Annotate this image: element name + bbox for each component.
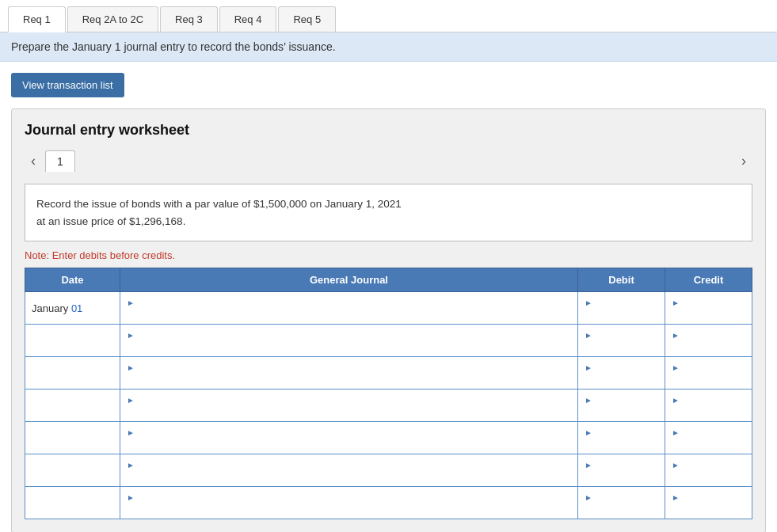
journal-input[interactable] xyxy=(127,503,571,515)
arrow-icon: ► xyxy=(127,298,135,307)
note-text: Note: Enter debits before credits. xyxy=(25,249,752,261)
journal-input[interactable] xyxy=(127,405,571,417)
credit-cell[interactable]: ► xyxy=(665,325,752,357)
table-row: ►►► xyxy=(25,357,752,390)
worksheet-container: Journal entry worksheet ‹ 1 › Record the… xyxy=(11,108,766,532)
credit-arrow-icon: ► xyxy=(672,428,680,437)
debit-input[interactable] xyxy=(585,308,658,320)
col-header-debit: Debit xyxy=(578,268,665,292)
debit-cell[interactable]: ► xyxy=(578,487,665,519)
credit-arrow-icon: ► xyxy=(672,298,680,307)
debit-cell[interactable]: ► xyxy=(578,357,665,390)
view-transaction-button[interactable]: View transaction list xyxy=(11,73,124,97)
tab-req1[interactable]: Req 1 xyxy=(8,6,66,32)
tab-req3[interactable]: Req 3 xyxy=(160,6,218,32)
credit-cell[interactable]: ► xyxy=(665,454,752,487)
credit-input[interactable] xyxy=(672,373,745,385)
date-cell xyxy=(25,487,120,519)
journal-cell[interactable]: ► xyxy=(120,325,578,357)
info-bar-text: Prepare the January 1 journal entry to r… xyxy=(11,40,336,53)
col-header-credit: Credit xyxy=(665,268,752,292)
credit-input[interactable] xyxy=(672,503,745,515)
date-cell xyxy=(25,422,120,454)
description-text: Record the issue of bonds with a par val… xyxy=(36,198,402,227)
credit-arrow-icon: ► xyxy=(672,363,680,372)
tab-req5[interactable]: Req 5 xyxy=(278,6,336,32)
date-cell xyxy=(25,325,120,357)
next-page-arrow[interactable]: › xyxy=(735,150,752,173)
journal-cell[interactable]: ► xyxy=(120,390,578,422)
arrow-icon: ► xyxy=(127,331,135,340)
date-cell xyxy=(25,357,120,390)
credit-cell[interactable]: ► xyxy=(665,422,752,454)
col-header-date: Date xyxy=(25,268,120,292)
debit-arrow-icon: ► xyxy=(585,331,592,340)
date-cell xyxy=(25,390,120,422)
credit-cell[interactable]: ► xyxy=(665,357,752,390)
journal-input[interactable] xyxy=(127,308,571,320)
debit-input[interactable] xyxy=(585,340,658,352)
debit-input[interactable] xyxy=(585,405,658,417)
credit-arrow-icon: ► xyxy=(672,331,680,340)
journal-input[interactable] xyxy=(127,340,571,352)
table-row: ►►► xyxy=(25,487,752,519)
debit-input[interactable] xyxy=(585,438,658,450)
page-tab-1[interactable]: 1 xyxy=(45,150,75,172)
credit-arrow-icon: ► xyxy=(672,493,680,502)
debit-arrow-icon: ► xyxy=(585,461,592,469)
journal-cell[interactable]: ► xyxy=(120,487,578,519)
debit-input[interactable] xyxy=(585,470,658,482)
prev-page-arrow[interactable]: ‹ xyxy=(25,150,42,173)
journal-input[interactable] xyxy=(127,470,571,482)
credit-input[interactable] xyxy=(672,405,745,417)
arrow-icon: ► xyxy=(127,396,135,405)
journal-cell[interactable]: ► xyxy=(120,422,578,454)
credit-arrow-icon: ► xyxy=(672,396,680,405)
date-day: 01 xyxy=(71,302,82,314)
table-row: ►►► xyxy=(25,325,752,357)
info-bar: Prepare the January 1 journal entry to r… xyxy=(0,32,777,62)
description-box: Record the issue of bonds with a par val… xyxy=(25,184,752,241)
debit-arrow-icon: ► xyxy=(585,493,592,502)
date-cell xyxy=(25,454,120,487)
journal-table: Date General Journal Debit Credit Januar… xyxy=(25,268,752,519)
debit-arrow-icon: ► xyxy=(585,363,592,372)
debit-input[interactable] xyxy=(585,373,658,385)
credit-arrow-icon: ► xyxy=(672,461,680,469)
page-nav: ‹ 1 › xyxy=(25,150,752,173)
debit-cell[interactable]: ► xyxy=(578,422,665,454)
debit-cell[interactable]: ► xyxy=(578,292,665,325)
table-row: ►►► xyxy=(25,390,752,422)
debit-arrow-icon: ► xyxy=(585,428,592,437)
arrow-icon: ► xyxy=(127,461,135,469)
debit-input[interactable] xyxy=(585,503,658,515)
debit-cell[interactable]: ► xyxy=(578,454,665,487)
debit-cell[interactable]: ► xyxy=(578,325,665,357)
credit-input[interactable] xyxy=(672,470,745,482)
journal-cell[interactable]: ► xyxy=(120,454,578,487)
credit-input[interactable] xyxy=(672,340,745,352)
table-row: January 01►►► xyxy=(25,292,752,325)
arrow-icon: ► xyxy=(127,363,135,372)
tab-req2a2c[interactable]: Req 2A to 2C xyxy=(67,6,158,32)
col-header-journal: General Journal xyxy=(120,268,578,292)
journal-cell[interactable]: ► xyxy=(120,357,578,390)
tabs-bar: Req 1 Req 2A to 2C Req 3 Req 4 Req 5 xyxy=(0,0,777,32)
worksheet-title: Journal entry worksheet xyxy=(25,122,752,139)
credit-cell[interactable]: ► xyxy=(665,487,752,519)
journal-input[interactable] xyxy=(127,438,571,450)
date-cell: January 01 xyxy=(25,292,120,325)
credit-cell[interactable]: ► xyxy=(665,390,752,422)
credit-input[interactable] xyxy=(672,438,745,450)
journal-input[interactable] xyxy=(127,373,571,385)
debit-arrow-icon: ► xyxy=(585,298,592,307)
credit-cell[interactable]: ► xyxy=(665,292,752,325)
journal-cell[interactable]: ► xyxy=(120,292,578,325)
arrow-icon: ► xyxy=(127,493,135,502)
table-row: ►►► xyxy=(25,454,752,487)
tab-req4[interactable]: Req 4 xyxy=(219,6,277,32)
credit-input[interactable] xyxy=(672,308,745,320)
debit-cell[interactable]: ► xyxy=(578,390,665,422)
table-row: ►►► xyxy=(25,422,752,454)
debit-arrow-icon: ► xyxy=(585,396,592,405)
